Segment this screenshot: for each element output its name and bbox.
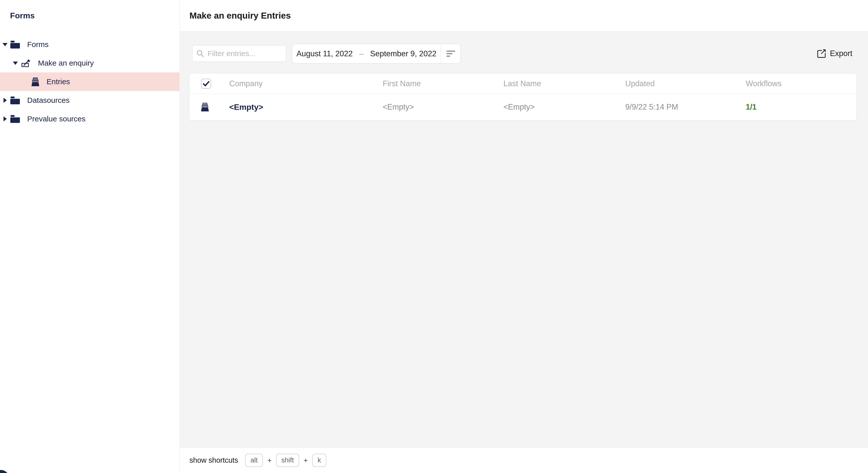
date-to: September 9, 2022: [370, 49, 436, 58]
filter-field: [192, 45, 286, 62]
sort-lines-icon: [446, 50, 455, 57]
tree-item-label: Entries: [46, 77, 70, 86]
select-all-checkbox[interactable]: [201, 79, 211, 89]
caret-right-icon[interactable]: [2, 116, 7, 122]
main-panel: Make an enquiry Entries August 11, 2022 …: [180, 0, 868, 473]
sidebar-section-title: Forms: [10, 11, 35, 20]
date-from: August 11, 2022: [297, 49, 353, 58]
cell-workflows: 1/1: [746, 103, 756, 111]
tree-item-prevalue-sources[interactable]: Prevalue sources: [0, 109, 179, 128]
column-header-updated[interactable]: Updated: [625, 79, 655, 88]
page-title: Make an enquiry Entries: [189, 10, 291, 21]
export-label: Export: [830, 49, 852, 58]
tree-item-label: Forms: [27, 40, 49, 49]
cell-company: <Empty>: [229, 103, 263, 112]
date-presets-button[interactable]: [441, 44, 460, 63]
plus-separator: +: [304, 457, 308, 465]
form-edit-icon: [21, 59, 31, 68]
key-k: k: [312, 454, 326, 467]
tree-item-forms[interactable]: Forms: [0, 35, 179, 54]
filter-entries-input[interactable]: [192, 45, 286, 62]
caret-right-icon[interactable]: [2, 98, 7, 103]
folder-icon: [10, 115, 20, 123]
entries-archive-icon: [31, 77, 39, 86]
tree-item-label: Datasources: [27, 96, 69, 105]
cell-last-name: <Empty>: [503, 103, 535, 111]
date-range-text: August 11, 2022 – September 9, 2022: [292, 49, 441, 58]
cell-updated: 9/9/22 5:14 PM: [625, 103, 678, 111]
cell-first-name: <Empty>: [383, 103, 414, 111]
shortcuts-bar: show shortcuts alt + shift + k: [180, 447, 868, 473]
tree-item-entries[interactable]: Entries: [0, 72, 179, 91]
tree-item-datasources[interactable]: Datasources: [0, 91, 179, 109]
column-header-company[interactable]: Company: [229, 79, 263, 88]
key-shift: shift: [276, 454, 299, 467]
plus-separator: +: [268, 457, 272, 465]
entries-table: Company First Name Last Name Updated Wor…: [189, 74, 857, 121]
tree: Forms Make an enquiry: [0, 35, 179, 128]
folder-icon: [10, 97, 20, 104]
caret-down-icon[interactable]: [2, 43, 7, 46]
export-button[interactable]: Export: [817, 45, 852, 62]
export-icon: [817, 49, 826, 58]
table-header-row: Company First Name Last Name Updated Wor…: [189, 74, 857, 94]
checkmark-icon: [203, 81, 210, 87]
caret-down-icon[interactable]: [13, 62, 18, 65]
column-header-first-name[interactable]: First Name: [383, 79, 421, 88]
tree-item-label: Make an enquiry: [38, 59, 94, 67]
date-separator: –: [359, 49, 364, 58]
table-row[interactable]: <Empty> <Empty> <Empty> 9/9/22 5:14 PM 1…: [189, 94, 857, 120]
show-shortcuts-toggle[interactable]: show shortcuts: [189, 456, 238, 465]
date-range-picker[interactable]: August 11, 2022 – September 9, 2022: [292, 44, 461, 64]
tree-item-make-an-enquiry[interactable]: Make an enquiry: [0, 54, 179, 72]
corner-decoration: [0, 470, 9, 473]
page-header: Make an enquiry Entries: [180, 0, 868, 31]
entry-record-icon: [201, 103, 209, 111]
tree-item-label: Prevalue sources: [27, 114, 86, 123]
key-alt: alt: [245, 454, 263, 467]
column-header-last-name[interactable]: Last Name: [503, 79, 541, 88]
folder-icon: [10, 41, 20, 48]
tree-sidebar: Forms Forms: [0, 0, 180, 473]
column-header-workflows[interactable]: Workflows: [746, 79, 781, 88]
